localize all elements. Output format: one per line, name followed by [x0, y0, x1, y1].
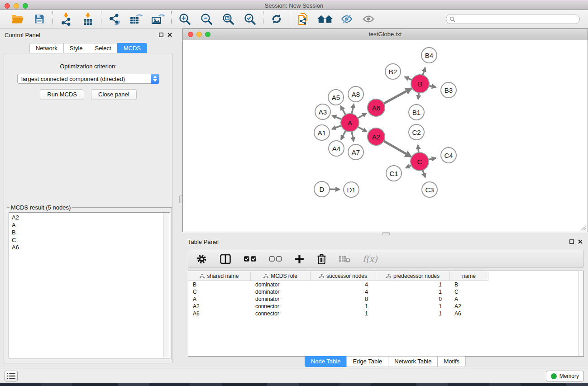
table-row[interactable]: Adominator80A [188, 295, 583, 303]
tab-mcds[interactable]: MCDS [117, 43, 147, 54]
graph-node-A3[interactable]: A3 [315, 104, 330, 119]
svg-text:B: B [418, 80, 422, 88]
refresh-layout-icon[interactable] [268, 12, 285, 26]
table-cell: 1 [311, 303, 376, 310]
tab-edge-table[interactable]: Edge Table [346, 356, 388, 367]
table-row[interactable]: A6connector11A6 [188, 310, 583, 317]
hide-details-icon[interactable] [339, 12, 355, 26]
window-title: Session: New Session [0, 2, 588, 9]
result-item[interactable]: A2 [12, 214, 167, 222]
table-cell: B [450, 281, 488, 288]
tab-node-table[interactable]: Node Table [305, 356, 347, 367]
save-session-icon[interactable] [31, 12, 48, 26]
mcds-result-list[interactable]: A2ABCA6 [9, 212, 170, 358]
column-header-name[interactable]: name [450, 271, 488, 281]
column-header-MCDS-role[interactable]: MCDS role [251, 271, 311, 281]
window-resize-handle[interactable] [581, 225, 587, 231]
table-cell: 1 [376, 310, 450, 317]
show-columns-icon[interactable] [220, 254, 231, 264]
network-canvas[interactable]: AA2A6BCA1A3A4A5A7A8B1B2B3B4C1C2C3C4DD1 [183, 40, 588, 232]
graph-node-B2[interactable]: B2 [385, 64, 401, 79]
tab-network-table[interactable]: Network Table [388, 356, 438, 367]
table-toolbar: f(x) [188, 250, 584, 268]
function-builder-icon[interactable]: f(x) [363, 254, 378, 264]
graph-node-A[interactable]: A [341, 114, 359, 132]
maximize-network-button[interactable] [205, 32, 210, 37]
export-image-icon[interactable] [150, 12, 166, 26]
zoom-out-icon[interactable] [198, 12, 215, 26]
tab-motifs[interactable]: Motifs [437, 356, 466, 367]
column-settings-icon[interactable] [196, 253, 207, 265]
table-row[interactable]: A2connector11A2 [188, 303, 583, 310]
graph-node-D[interactable]: D [314, 181, 330, 197]
table-row[interactable]: Bdominator41B [188, 281, 583, 288]
delete-table-icon[interactable] [339, 255, 350, 263]
import-network-icon[interactable] [58, 12, 74, 26]
select-all-icon[interactable] [244, 255, 257, 262]
graph-node-B1[interactable]: B1 [409, 105, 424, 120]
delete-row-icon[interactable] [317, 253, 326, 265]
task-history-button[interactable] [5, 371, 18, 381]
table-row[interactable]: Cdominator41C [188, 288, 583, 295]
network-window-controls [188, 32, 210, 37]
zoom-in-icon[interactable] [177, 12, 193, 26]
export-network-icon[interactable] [106, 12, 123, 26]
optimization-criterion-dropdown[interactable]: largest connected component (directed) [17, 74, 159, 84]
graph-node-C1[interactable]: C1 [386, 166, 402, 181]
minimize-network-button[interactable] [196, 32, 202, 37]
horizontal-splitter-grip[interactable] [382, 232, 390, 235]
graph-node-A6[interactable]: A6 [368, 99, 385, 116]
graph-node-C4[interactable]: C4 [441, 148, 456, 163]
graph-node-C[interactable]: C [411, 152, 429, 171]
graph-node-B4[interactable]: B4 [421, 48, 437, 63]
result-item[interactable]: A [12, 222, 167, 229]
table-cell: A6 [188, 310, 251, 317]
float-table-panel-icon[interactable] [569, 239, 574, 244]
close-network-button[interactable] [188, 32, 193, 37]
graph-node-A5[interactable]: A5 [328, 90, 344, 105]
add-row-icon[interactable] [294, 254, 305, 264]
graph-node-A2[interactable]: A2 [368, 128, 385, 145]
zoom-fit-icon[interactable] [220, 12, 236, 26]
home-layout-icon[interactable] [317, 12, 333, 26]
open-session-icon[interactable] [10, 12, 26, 26]
search-input[interactable] [458, 16, 576, 22]
table-cell: B [188, 281, 251, 288]
tab-style[interactable]: Style [63, 43, 89, 54]
run-mcds-button[interactable]: Run MCDS [40, 89, 84, 100]
graph-node-A1[interactable]: A1 [314, 125, 330, 140]
column-header-successor-nodes[interactable]: successor nodes [311, 271, 376, 281]
result-item[interactable]: C [12, 237, 167, 244]
deselect-all-icon[interactable] [269, 255, 282, 262]
show-graphics-icon[interactable] [360, 12, 377, 26]
graph-node-A4[interactable]: A4 [329, 141, 344, 156]
graph-node-A8[interactable]: A8 [348, 86, 363, 102]
close-panel-icon[interactable] [167, 33, 172, 37]
import-table-icon[interactable] [80, 12, 96, 26]
table-cell: connector [251, 310, 311, 317]
result-scrollbar[interactable] [163, 213, 169, 357]
table-scrollbar[interactable] [578, 271, 583, 356]
network-window-titlebar[interactable]: testGlobe.txt [183, 29, 588, 40]
open-session-file-icon[interactable] [295, 12, 311, 26]
export-table-icon[interactable] [128, 12, 144, 26]
table-cell: 1 [376, 288, 450, 295]
graph-node-A7[interactable]: A7 [348, 144, 363, 160]
zoom-selected-icon[interactable] [242, 12, 258, 26]
close-table-panel-icon[interactable] [578, 239, 583, 244]
close-panel-button[interactable]: Close panel [91, 89, 137, 100]
graph-node-B3[interactable]: B3 [441, 82, 456, 98]
column-header-shared-name[interactable]: shared name [188, 271, 251, 281]
graph-node-D1[interactable]: D1 [344, 182, 359, 197]
result-item[interactable]: B [12, 229, 167, 237]
memory-button[interactable]: Memory [546, 371, 584, 381]
tab-select[interactable]: Select [89, 43, 118, 54]
result-item[interactable]: A6 [12, 244, 167, 252]
float-panel-icon[interactable] [159, 33, 163, 37]
table-cell: dominator [251, 281, 311, 288]
graph-node-C3[interactable]: C3 [422, 182, 437, 197]
tab-network[interactable]: Network [29, 43, 64, 54]
graph-node-C2[interactable]: C2 [409, 124, 424, 140]
graph-node-B[interactable]: B [411, 75, 429, 93]
column-header-predecessor-nodes[interactable]: predecessor nodes [376, 271, 450, 281]
